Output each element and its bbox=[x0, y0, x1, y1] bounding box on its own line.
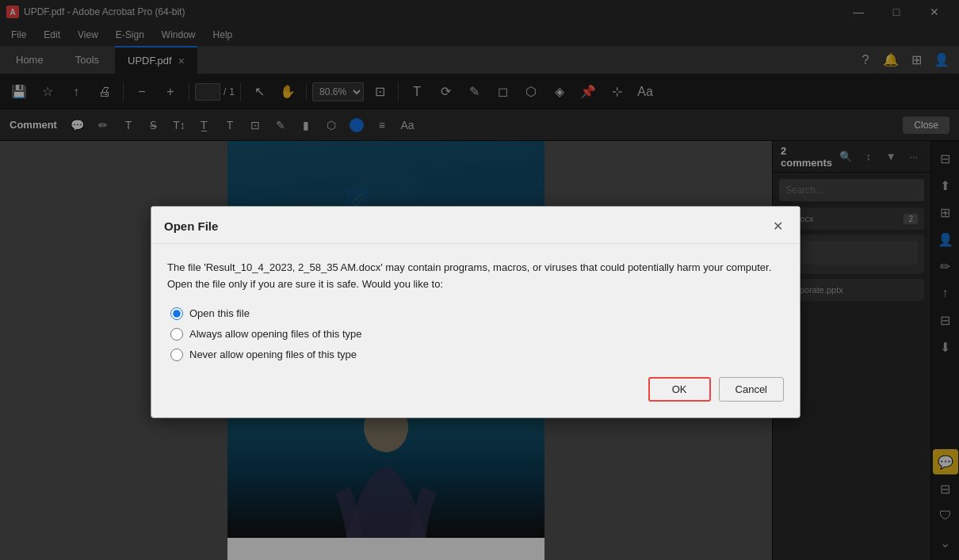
dialog-overlay: Open File ✕ The file 'Result_10_4_2023, … bbox=[0, 0, 959, 560]
radio-never-allow-input[interactable] bbox=[170, 349, 183, 361]
radio-open-file[interactable]: Open this file bbox=[170, 307, 784, 320]
dialog-close-button[interactable]: ✕ bbox=[768, 216, 787, 235]
radio-always-allow-label: Always allow opening files of this type bbox=[189, 328, 362, 340]
radio-group: Open this file Always allow opening file… bbox=[167, 307, 784, 361]
dialog-title: Open File bbox=[164, 219, 768, 233]
radio-open-file-label: Open this file bbox=[189, 307, 250, 319]
ok-button[interactable]: OK bbox=[648, 377, 711, 402]
dialog-footer: OK Cancel bbox=[167, 377, 784, 405]
radio-open-file-input[interactable] bbox=[170, 307, 183, 320]
cancel-button[interactable]: Cancel bbox=[719, 377, 784, 402]
dialog-titlebar: Open File ✕ bbox=[151, 207, 800, 244]
open-file-dialog: Open File ✕ The file 'Result_10_4_2023, … bbox=[151, 206, 800, 418]
radio-always-allow[interactable]: Always allow opening files of this type bbox=[170, 328, 784, 341]
dialog-body: The file 'Result_10_4_2023, 2_58_35 AM.d… bbox=[151, 244, 800, 417]
radio-never-allow[interactable]: Never allow opening files of this type bbox=[170, 349, 784, 361]
dialog-message: The file 'Result_10_4_2023, 2_58_35 AM.d… bbox=[167, 260, 784, 293]
radio-always-allow-input[interactable] bbox=[170, 328, 183, 341]
radio-never-allow-label: Never allow opening files of this type bbox=[189, 349, 357, 360]
